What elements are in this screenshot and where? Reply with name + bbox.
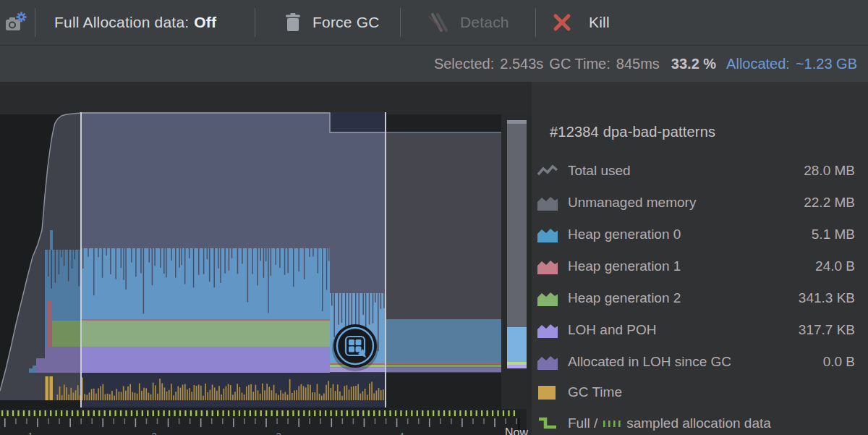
legend-label: Heap generation 2: [568, 290, 681, 306]
legend-label: Total used: [568, 163, 631, 179]
legend-value: 317.7 KB: [799, 322, 855, 338]
legend-value: 0.0 B: [823, 354, 855, 370]
legend-value: 24.0 B: [815, 258, 855, 274]
timeline-svg[interactable]: 1234Now: [0, 82, 532, 435]
legend-label: Unmanaged memory: [568, 195, 696, 211]
legend-row-heap-generation-0[interactable]: Heap generation 05.1 MB: [532, 219, 868, 250]
full-allocation-toggle[interactable]: Full Allocation data: Off: [54, 0, 216, 45]
legend-value: 341.3 KB: [799, 290, 855, 306]
legend-label: Heap generation 0: [568, 227, 681, 242]
legend-label-prefix: Full /: [568, 415, 597, 431]
allocated-value: ~1.23 GB: [796, 56, 857, 72]
legend-row-loh-and-poh[interactable]: LOH and POH317.7 KB: [532, 314, 868, 346]
series-area-icon: [537, 290, 558, 306]
legend-label: Allocated in LOH since GC: [568, 354, 731, 370]
kill-label: Kill: [589, 14, 610, 31]
legend-label: LOH and POH: [568, 322, 657, 338]
legend-value: 5.1 MB: [812, 227, 855, 242]
series-area-icon: [537, 258, 558, 274]
legend-value: 22.2 MB: [804, 195, 855, 211]
kill-x-icon: [551, 12, 573, 33]
legend-value: 28.0 MB: [804, 163, 855, 179]
toolbar: Full Allocation data: Off Force GC: [0, 0, 868, 46]
toolbar-separator: [255, 8, 255, 37]
legend-label: GC Time: [568, 384, 622, 400]
selected-label: Selected:: [434, 56, 494, 72]
allocated-label: Allocated:: [726, 56, 790, 72]
legend-row-gc-time[interactable]: GC Time: [532, 376, 868, 408]
time-axis-label: 1: [27, 431, 33, 435]
detach-label: Detach: [460, 14, 509, 31]
memory-timeline-chart[interactable]: 1234Now: [0, 82, 532, 435]
selected-value: 2.543s: [500, 56, 543, 72]
time-axis-label: 3: [276, 431, 281, 435]
legend-row-full-sampled-allocation-data[interactable]: Full /sampled allocation data: [532, 407, 868, 435]
legend-panel: #12384 dpa-bad-patterns Total used28.0 M…: [532, 82, 868, 435]
now-label: Now: [505, 426, 528, 435]
get-snapshot-button[interactable]: [333, 324, 378, 368]
sampled-dashes-icon: [603, 420, 621, 428]
full-allocation-value: Off: [194, 14, 216, 31]
kill-button[interactable]: Kill: [551, 0, 610, 45]
series-line-icon: [537, 163, 558, 179]
toolbar-separator: [35, 8, 35, 37]
detach-button: Detach: [425, 0, 509, 45]
memory-profiler-window: Full Allocation data: Off Force GC: [0, 0, 868, 435]
toolbar-separator: [535, 8, 536, 37]
legend-row-unmanaged-memory[interactable]: Unmanaged memory22.2 MB: [532, 187, 868, 219]
process-title: #12384 dpa-bad-patterns: [550, 124, 715, 140]
legend-row-allocated-in-loh-since-gc[interactable]: Allocated in LOH since GC0.0 B: [532, 346, 868, 378]
series-area-icon: [537, 322, 558, 338]
detach-icon: [425, 11, 448, 34]
series-area-icon: [537, 227, 558, 242]
gc-percent-value: 33.2 %: [671, 56, 716, 72]
full-allocation-label: Full Allocation data:: [54, 14, 189, 31]
legend-row-heap-generation-1[interactable]: Heap generation 124.0 B: [532, 250, 868, 282]
series-area-icon: [537, 354, 558, 370]
gc-time-label: GC Time:: [549, 56, 610, 72]
toolbar-separator: [400, 8, 401, 37]
legend-label-suffix: sampled allocation data: [626, 415, 771, 431]
time-axis-label: 2: [151, 431, 156, 435]
legend-row-heap-generation-2[interactable]: Heap generation 2341.3 KB: [532, 282, 868, 314]
profiler-camera-gear-icon[interactable]: [3, 0, 29, 45]
force-gc-label: Force GC: [312, 14, 380, 31]
trash-icon: [284, 12, 302, 33]
legend-row-total-used[interactable]: Total used28.0 MB: [532, 155, 868, 187]
gc-time-value: 845ms: [616, 56, 660, 72]
series-step-icon: [537, 415, 558, 431]
selection-stats-bar: Selected: 2.543s GC Time: 845ms 33.2 % A…: [0, 46, 868, 82]
time-axis-label: 4: [399, 431, 404, 435]
series-square-icon: [537, 384, 558, 400]
legend-label: Heap generation 1: [568, 258, 681, 274]
series-area-icon: [537, 195, 558, 211]
force-gc-button[interactable]: Force GC: [284, 0, 380, 45]
